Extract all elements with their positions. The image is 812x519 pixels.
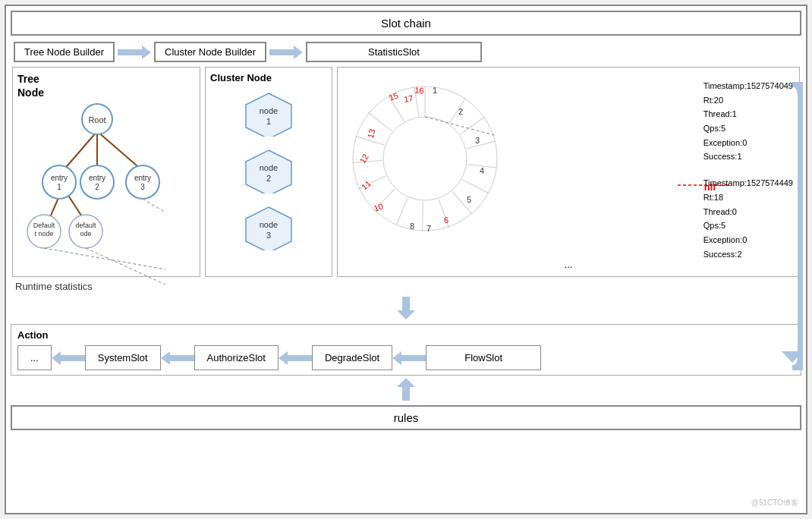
svg-text:17: 17 [403, 93, 414, 104]
statistic-slot-box: StatisticSlot [306, 42, 482, 62]
svg-marker-1 [269, 46, 303, 59]
svg-text:Root: Root [88, 115, 105, 124]
hex-2: node 2 [242, 148, 295, 196]
svg-line-52 [366, 112, 395, 131]
svg-line-41 [467, 136, 496, 155]
svg-line-25 [44, 248, 165, 269]
stat1-exception: Exception:0 [703, 136, 793, 150]
builders-row: Tree Node Builder Cluster Node Builder S… [11, 42, 801, 62]
svg-text:6: 6 [444, 215, 448, 225]
rules-label: rules [394, 411, 419, 424]
svg-text:node: node [260, 163, 278, 172]
svg-text:entry: entry [134, 174, 151, 182]
wheel-svg: 17 16 1 2 3 4 5 6 [345, 75, 505, 242]
tree-node-panel: TreeNode Root entry [12, 67, 200, 277]
svg-text:node: node [260, 106, 278, 115]
action-section: Action ... SystemSlot [11, 324, 801, 376]
svg-marker-75 [279, 351, 312, 365]
watermark: @51CTO博客 [751, 498, 798, 508]
circle-diagram: 17 16 1 2 3 4 5 6 [345, 75, 505, 244]
cluster-node-builder-box: Cluster Node Builder [154, 42, 266, 62]
hex-1: node 1 [242, 91, 295, 139]
svg-marker-73 [52, 351, 85, 365]
statistic-slot-panel: 17 16 1 2 3 4 5 6 [337, 67, 800, 277]
hex-list: node 1 node 2 node [210, 91, 327, 253]
svg-line-4 [97, 131, 143, 171]
svg-text:10: 10 [373, 202, 385, 213]
hex-3: node 3 [242, 205, 295, 253]
svg-text:Default: Default [33, 222, 55, 229]
svg-text:2: 2 [95, 183, 99, 191]
tree-node-builder-box: Tree Node Builder [14, 42, 115, 62]
left-arrow-icon-1 [52, 350, 85, 366]
svg-text:t node: t node [34, 230, 53, 237]
svg-text:2: 2 [266, 174, 271, 183]
degrade-slot-label: DegradeSlot [325, 352, 379, 363]
arrow-right-icon [118, 44, 151, 61]
rules-footer: rules [11, 405, 801, 430]
cluster-node-builder-label: Cluster Node Builder [165, 46, 256, 58]
svg-text:3: 3 [475, 136, 480, 145]
svg-text:5: 5 [467, 195, 471, 204]
left-arrow-icon-3 [279, 350, 312, 366]
stat2-qps: Qps:5 [703, 219, 793, 233]
down-arrow-container [11, 297, 801, 322]
svg-text:13: 13 [366, 127, 377, 139]
watermark-text: @51CTO博客 [751, 499, 798, 507]
svg-text:ode: ode [80, 230, 91, 237]
tree-node-title: TreeNode [17, 72, 195, 99]
loop-arrow [782, 82, 803, 370]
svg-text:8: 8 [410, 222, 414, 231]
stat1-thread: Thread:1 [703, 107, 793, 121]
dots-text: ... [565, 259, 573, 270]
svg-text:2: 2 [458, 107, 463, 116]
svg-text:15: 15 [388, 91, 400, 102]
svg-text:1: 1 [266, 117, 271, 126]
system-slot-label: SystemSlot [98, 352, 148, 363]
action-slots-row: ... SystemSlot AuthorizeSlot [17, 345, 795, 370]
stat2-rt: Rt:18 [703, 190, 793, 205]
stat2-success: Success:2 [703, 247, 793, 262]
up-arrow-container [11, 378, 801, 403]
slot-chain-header: Slot chain [11, 11, 801, 36]
left-arrow-icon-4 [392, 350, 426, 366]
action-title: Action [17, 329, 795, 341]
svg-text:1: 1 [57, 183, 61, 191]
stat2-exception: Exception:0 [703, 233, 793, 247]
arrow-1 [118, 44, 151, 61]
tree-node-builder-label: Tree Node Builder [24, 46, 104, 58]
svg-marker-0 [118, 46, 151, 59]
action-label: Action [17, 329, 48, 341]
dots-slot-label: ... [30, 352, 39, 363]
stat1-success: Success:1 [703, 149, 793, 164]
tree-diagram: Root entry 1 entry 2 entry 3 [17, 102, 184, 269]
svg-text:node: node [260, 220, 278, 229]
cluster-node-panel: Cluster Node node 1 node [205, 67, 332, 277]
system-slot-box: SystemSlot [85, 345, 161, 370]
svg-line-40 [461, 112, 485, 138]
arrow-2 [269, 44, 303, 61]
svg-line-47 [396, 197, 408, 227]
authorize-slot-box: AuthorizeSlot [194, 345, 279, 370]
statistic-slot-label: StatisticSlot [368, 46, 420, 58]
stat1-qps: Qps:5 [703, 121, 793, 136]
svg-point-15 [126, 165, 159, 199]
svg-line-39 [449, 96, 466, 125]
stat-info-2: Timestamp:1527574449 Rt:18 Thread:0 Qps:… [703, 176, 793, 261]
flow-slot-label: FlowSlot [464, 352, 502, 363]
svg-marker-72 [397, 297, 415, 319]
hexagon-icon-2: node 2 [242, 148, 295, 193]
svg-text:3: 3 [266, 231, 271, 240]
stat2-thread: Thread:0 [703, 205, 793, 219]
stat1-rt: Rt:20 [703, 93, 793, 108]
runtime-statistics-label: Runtime statistics [15, 281, 93, 292]
arrow-right-icon-2 [269, 44, 303, 61]
svg-point-12 [80, 165, 114, 199]
svg-text:11: 11 [360, 178, 373, 191]
svg-line-43 [461, 180, 491, 193]
authorize-slot-label: AuthorizeSlot [207, 352, 266, 363]
flow-slot-box: FlowSlot [426, 345, 541, 370]
degrade-slot-box: DegradeSlot [312, 345, 392, 370]
hexagon-icon-3: node 3 [242, 205, 295, 250]
svg-text:default: default [75, 222, 96, 229]
